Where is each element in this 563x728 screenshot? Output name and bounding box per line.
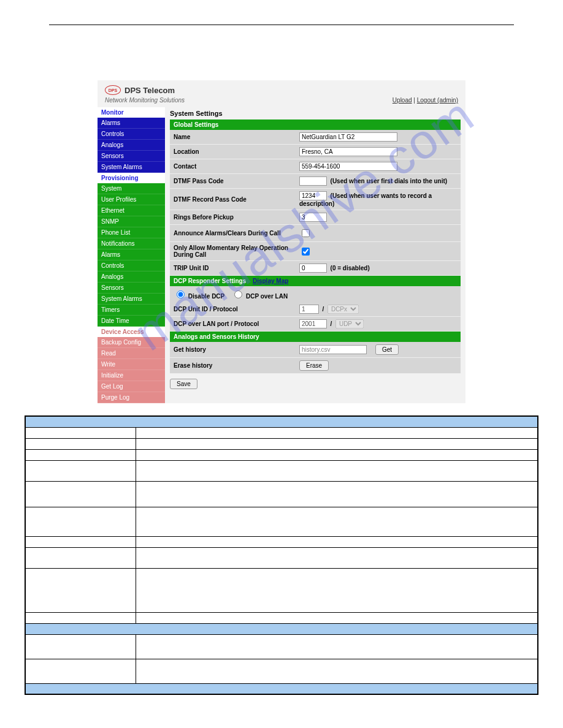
sidebar-item-controls-prov[interactable]: Controls (98, 260, 165, 271)
sidebar-item-analogs-prov[interactable]: Analogs (98, 271, 165, 282)
table-cell (136, 507, 538, 536)
name-input[interactable] (299, 132, 397, 142)
dcp-over-lan-option[interactable]: DCP over LAN (231, 293, 288, 300)
rings-input[interactable] (299, 213, 327, 222)
app-window: DPS DPS Telecom Network Monitoring Solut… (98, 80, 465, 403)
sidebar-item-analogs[interactable]: Analogs (98, 140, 165, 151)
logout-link[interactable]: Logout (admin) (417, 97, 458, 104)
table-cell (25, 481, 136, 507)
dcp-unit-input[interactable] (299, 305, 319, 314)
sidebar-item-snmp[interactable]: SNMP (98, 216, 165, 227)
table-cell (136, 460, 538, 481)
sidebar-item-purge-log[interactable]: Purge Log (98, 392, 165, 403)
brand-name: DPS Telecom (124, 86, 175, 95)
history-file-input[interactable] (299, 345, 367, 354)
dcp-port-protocol-select[interactable]: UDP (335, 319, 364, 328)
sidebar-item-datetime[interactable]: Date Time (98, 316, 165, 327)
disable-dcp-option[interactable]: Disable DCP (174, 293, 224, 300)
dtmf-pass-label: DTMF Pass Code (170, 174, 296, 189)
table-cell (25, 507, 136, 536)
page-title: System Settings (170, 110, 461, 117)
tagline: Network Monitoring Solutions (105, 97, 185, 104)
table-cell (25, 536, 136, 547)
sidebar-heading-provisioning: Provisioning (98, 173, 165, 183)
dtmf-rec-label: DTMF Record Pass Code (170, 189, 296, 210)
get-button[interactable]: Get (375, 344, 399, 355)
table-cell (25, 427, 136, 438)
sidebar-item-sensors-prov[interactable]: Sensors (98, 282, 165, 294)
section-global-settings: Global Settings (170, 119, 461, 130)
table-cell (136, 547, 538, 568)
name-label: Name (170, 130, 296, 145)
sidebar-item-sysalarms-prov[interactable]: System Alarms (98, 294, 165, 305)
sidebar-item-sensors[interactable]: Sensors (98, 151, 165, 162)
trip-input[interactable] (299, 264, 327, 273)
erase-button[interactable]: Erase (299, 360, 329, 371)
section-dcp-responder: DCP Responder Settings Display Map (170, 276, 461, 286)
table-cell (136, 536, 538, 547)
table-cell (136, 634, 538, 659)
table-cell (136, 568, 538, 612)
upload-link[interactable]: Upload (393, 97, 412, 104)
sidebar-item-notifications[interactable]: Notifications (98, 238, 165, 249)
section-history: Analogs and Sensors History (170, 332, 461, 342)
sidebar-item-alarms-prov[interactable]: Alarms (98, 249, 165, 260)
table-header-1 (25, 416, 538, 427)
dtmf-pass-input[interactable] (299, 176, 327, 186)
sidebar-item-backup-config[interactable]: Backup Config (98, 337, 165, 348)
table-cell (25, 612, 136, 623)
dps-logo-icon: DPS (105, 85, 121, 95)
table-header-2 (25, 623, 538, 634)
announce-label: Announce Alarms/Clears During Call (170, 225, 296, 242)
table-cell (136, 659, 538, 683)
sidebar: Monitor Alarms Controls Analogs Sensors … (98, 107, 165, 403)
description-table (25, 415, 538, 695)
contact-label: Contact (170, 159, 296, 174)
trip-hint: (0 = disabled) (331, 265, 370, 271)
dtmf-pass-hint: (Used when user first dials into the uni… (331, 178, 448, 184)
sidebar-item-system[interactable]: System (98, 183, 165, 194)
dcp-protocol-select[interactable]: DCPx (327, 305, 359, 314)
save-button[interactable]: Save (170, 379, 197, 389)
table-cell (136, 427, 538, 438)
sidebar-item-system-alarms[interactable]: System Alarms (98, 162, 165, 173)
display-map-link[interactable]: Display Map (253, 278, 288, 284)
sidebar-heading-device-access: Device Access (98, 327, 165, 337)
table-cell (136, 449, 538, 460)
sidebar-heading-monitor: Monitor (98, 107, 165, 118)
sidebar-item-write[interactable]: Write (98, 359, 165, 370)
dcp-port-label: DCP over LAN port / Protocol (170, 317, 296, 332)
table-cell (136, 481, 538, 507)
sidebar-item-ethernet[interactable]: Ethernet (98, 205, 165, 216)
table-cell (25, 449, 136, 460)
sidebar-item-user-profiles[interactable]: User Profiles (98, 194, 165, 205)
contact-input[interactable] (299, 162, 397, 171)
sidebar-item-read[interactable]: Read (98, 348, 165, 359)
rings-label: Rings Before Pickup (170, 210, 296, 225)
main-content: System Settings Global Settings Name Loc… (165, 107, 465, 403)
table-cell (25, 659, 136, 683)
relay-checkbox[interactable] (302, 248, 310, 256)
sidebar-item-controls[interactable]: Controls (98, 129, 165, 140)
trip-label: TRIP Unit ID (170, 261, 296, 276)
table-cell (25, 547, 136, 568)
dcp-unit-label: DCP Unit ID / Protocol (170, 302, 296, 317)
relay-label: Only Allow Momentary Relay Operation Dur… (170, 242, 296, 261)
announce-checkbox[interactable] (302, 229, 310, 237)
sidebar-item-alarms[interactable]: Alarms (98, 118, 165, 129)
table-header-3 (25, 683, 538, 694)
table-cell (136, 438, 538, 449)
sidebar-item-get-log[interactable]: Get Log (98, 381, 165, 392)
sidebar-item-initialize[interactable]: Initialize (98, 370, 165, 381)
dcp-port-input[interactable] (299, 319, 327, 328)
sidebar-item-phone-list[interactable]: Phone List (98, 227, 165, 238)
location-input[interactable] (299, 147, 397, 156)
table-cell (25, 568, 136, 612)
table-cell (25, 438, 136, 449)
erase-history-label: Erase history (170, 358, 296, 374)
dtmf-rec-input[interactable] (299, 191, 327, 200)
table-cell (25, 634, 136, 659)
sidebar-item-timers[interactable]: Timers (98, 305, 165, 316)
location-label: Location (170, 145, 296, 159)
table-cell (25, 460, 136, 481)
